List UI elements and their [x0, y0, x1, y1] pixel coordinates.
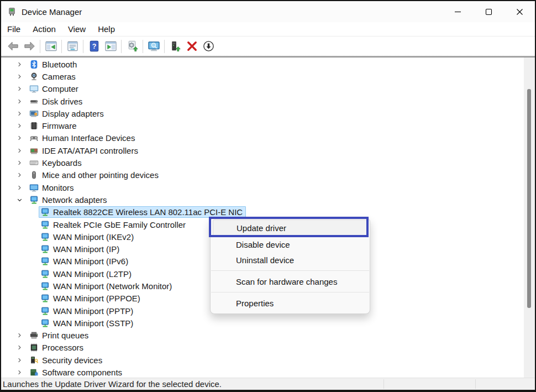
tree-item-content[interactable]: Security devices	[28, 354, 106, 366]
tree-item-content[interactable]: Human Interface Devices	[28, 132, 138, 144]
tree-item-content[interactable]: Monitors	[28, 182, 77, 194]
tree-item-label: Realtek 8822CE Wireless LAN 802.11ac PCI…	[53, 207, 243, 217]
tree-item-ide-ata-atapi-controllers[interactable]: IDE ATA/ATAPI controllers	[1, 144, 524, 156]
keyboard-icon	[29, 158, 39, 168]
context-menu-item-scan-for-hardware-changes[interactable]: Scan for hardware changes	[213, 274, 367, 289]
scan-hardware-changes-button[interactable]	[146, 39, 161, 54]
context-menu-item-uninstall-device[interactable]: Uninstall device	[213, 252, 367, 268]
tree-item-content[interactable]: Cameras	[28, 71, 79, 82]
close-button[interactable]	[504, 1, 535, 22]
tree-item-label: Cameras	[42, 72, 76, 81]
chevron-right-icon[interactable]	[15, 122, 28, 130]
tree-item-content[interactable]: Display adapters	[28, 108, 107, 119]
tree-item-realtek-8822ce-wireless-lan-802-11ac-pci[interactable]: Realtek 8822CE Wireless LAN 802.11ac PCI…	[1, 206, 524, 218]
chevron-right-icon[interactable]	[15, 183, 28, 192]
tree-item-human-interface-devices[interactable]: Human Interface Devices	[1, 132, 524, 144]
update-driver-button[interactable]	[124, 39, 140, 54]
tree-item-content[interactable]: WAN Miniport (L2TP)	[39, 268, 135, 280]
tree-item-monitors[interactable]: Monitors	[1, 181, 524, 194]
menu-help[interactable]: Help	[92, 23, 121, 35]
close-icon	[516, 8, 523, 15]
tree-item-keyboards[interactable]: Keyboards	[1, 156, 524, 169]
disable-icon	[202, 40, 215, 53]
context-menu-item-properties[interactable]: Properties	[213, 295, 367, 311]
tree-item-content[interactable]: Computer	[28, 83, 82, 95]
chevron-right-icon[interactable]	[15, 343, 28, 352]
chevron-right-icon[interactable]	[15, 134, 28, 143]
show-action-pane-button[interactable]	[103, 39, 118, 54]
tree-item-content[interactable]: WAN Miniport (PPPOE)	[39, 292, 144, 304]
chevron-right-icon[interactable]	[15, 60, 28, 69]
scrollbar-thumb[interactable]	[527, 89, 531, 308]
tree-item-content[interactable]: Disk drives	[28, 96, 86, 107]
uninstall-x-icon	[186, 40, 198, 53]
chevron-right-icon[interactable]	[15, 331, 28, 340]
computer-icon	[29, 84, 39, 93]
menu-view[interactable]: View	[62, 23, 92, 35]
maximize-button[interactable]	[473, 1, 504, 22]
tree-item-content[interactable]: Bluetooth	[28, 59, 80, 70]
chevron-down-icon[interactable]	[15, 195, 28, 204]
tree-item-network-adapters[interactable]: Network adapters	[1, 194, 524, 206]
tree-item-content[interactable]: WAN Miniport (PPTP)	[39, 305, 136, 317]
tree-item-content[interactable]: WAN Miniport (IPv6)	[39, 255, 132, 267]
context-menu-item-update-driver[interactable]: Update driver	[213, 219, 367, 237]
selected-tree-item[interactable]: Realtek 8822CE Wireless LAN 802.11ac PCI…	[39, 206, 246, 218]
tree-item-security-devices[interactable]: Security devices	[1, 354, 524, 366]
chevron-right-icon[interactable]	[15, 85, 28, 93]
tree-item-content[interactable]: WAN Miniport (IKEv2)	[39, 231, 137, 243]
minimize-button[interactable]	[442, 1, 473, 22]
chevron-right-icon[interactable]	[15, 171, 28, 180]
tree-item-content[interactable]: Network adapters	[28, 194, 111, 206]
chevron-right-icon[interactable]	[15, 72, 28, 81]
menu-file[interactable]: File	[1, 23, 27, 35]
tree-item-content[interactable]: IDE ATA/ATAPI controllers	[28, 145, 141, 156]
tree-item-mice-and-other-pointing-devices[interactable]: Mice and other pointing devices	[1, 169, 524, 181]
menu-action[interactable]: Action	[27, 23, 62, 35]
disable-device-button[interactable]	[201, 39, 216, 54]
tree-item-processors[interactable]: Processors	[1, 342, 524, 354]
uninstall-device-button[interactable]	[184, 39, 199, 54]
chevron-right-icon[interactable]	[15, 368, 28, 377]
tree-item-content[interactable]: Print queues	[28, 330, 92, 341]
tree-item-content[interactable]: Processors	[28, 342, 87, 353]
update-device-button[interactable]	[167, 39, 183, 54]
chevron-right-icon[interactable]	[15, 159, 28, 168]
chevron-right-icon[interactable]	[15, 356, 28, 364]
tree-item-bluetooth[interactable]: Bluetooth	[1, 58, 524, 70]
context-menu-item-disable-device[interactable]: Disable device	[213, 237, 367, 252]
tree-item-content[interactable]: Realtek PCIe GbE Family Controller	[39, 219, 189, 231]
mouse-icon	[29, 170, 39, 180]
tree-item-content[interactable]: WAN Miniport (IP)	[39, 243, 123, 255]
chevron-right-icon[interactable]	[15, 146, 28, 155]
tree-item-print-queues[interactable]: Print queues	[1, 330, 524, 342]
vertical-scrollbar[interactable]	[524, 58, 535, 378]
tree-item-software-components[interactable]: Software components	[1, 366, 524, 378]
network-adapter-icon	[40, 318, 50, 328]
forward-button[interactable]	[22, 39, 37, 54]
tree-item-cameras[interactable]: Cameras	[1, 70, 524, 82]
chevron-right-icon[interactable]	[15, 97, 28, 106]
tree-item-display-adapters[interactable]: Display adapters	[1, 107, 524, 119]
tree-item-content[interactable]: Software components	[28, 367, 125, 378]
svg-text:?: ?	[92, 43, 96, 50]
tree-item-content[interactable]: WAN Miniport (Network Monitor)	[39, 280, 175, 292]
network-adapter-icon	[29, 195, 39, 205]
tree-item-content[interactable]: Firmware	[28, 120, 80, 132]
back-button[interactable]	[5, 39, 20, 54]
tree-item-firmware[interactable]: Firmware	[1, 119, 524, 132]
title-bar[interactable]: Device Manager	[1, 1, 535, 22]
chevron-right-icon[interactable]	[15, 109, 28, 118]
monitor-icon	[29, 183, 39, 192]
tree-item-disk-drives[interactable]: Disk drives	[1, 95, 524, 107]
tree-item-label: Keyboards	[42, 158, 82, 168]
properties-button[interactable]	[65, 39, 80, 54]
show-console-tree-button[interactable]	[43, 39, 59, 54]
tree-item-content[interactable]: WAN Miniport (SSTP)	[39, 317, 136, 329]
tree-item-wan-miniport-sstp[interactable]: WAN Miniport (SSTP)	[1, 317, 524, 329]
help-button[interactable]: ?	[86, 39, 102, 54]
tree-item-content[interactable]: Mice and other pointing devices	[28, 169, 162, 181]
tree-item-content[interactable]: Keyboards	[28, 157, 85, 169]
tree-item-label: Firmware	[42, 121, 77, 130]
tree-item-computer[interactable]: Computer	[1, 83, 524, 95]
